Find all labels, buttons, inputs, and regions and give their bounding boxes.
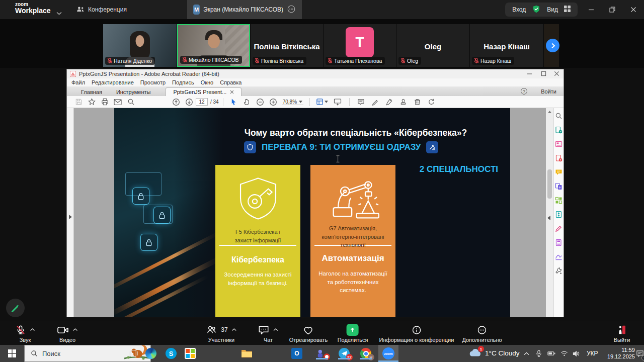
tray-wifi-icon[interactable] [558, 347, 570, 359]
tray-mic-icon[interactable] [533, 347, 545, 359]
tray-expand-button[interactable] [520, 347, 532, 359]
fill-sign-icon[interactable] [555, 225, 562, 232]
tray-battery-icon[interactable] [545, 347, 557, 359]
compress-pdf-icon[interactable] [555, 211, 562, 218]
menu-window[interactable]: Окно [201, 79, 214, 85]
zoom-out-button[interactable] [254, 98, 267, 106]
window-minimize-button[interactable] [586, 4, 597, 15]
teams-button[interactable] [316, 347, 328, 359]
skype-button[interactable]: S [165, 347, 177, 359]
tray-volume-icon[interactable] [570, 347, 582, 359]
favorites-star-button[interactable] [85, 98, 98, 106]
presentation-mode-button[interactable] [330, 98, 345, 106]
participant-tile[interactable]: Назар Кінаш Назар Кінаш [470, 24, 543, 67]
navigation-pane-strip[interactable] [67, 108, 74, 317]
tab-home[interactable]: Главная [74, 87, 109, 96]
previous-page-button[interactable] [170, 98, 183, 106]
file-explorer-button[interactable] [240, 347, 253, 359]
weather-widget[interactable]: 1 [468, 348, 482, 360]
acrobat-minimize-button[interactable] [527, 71, 532, 77]
scroll-up-icon[interactable] [548, 111, 551, 113]
collapse-tools-icon[interactable] [547, 216, 550, 220]
export-pdf-icon[interactable] [555, 126, 562, 134]
find-button[interactable] [124, 98, 137, 106]
menu-sign[interactable]: Подпись [172, 79, 194, 85]
email-button[interactable] [111, 99, 124, 106]
tab-meeting[interactable]: Конференция [76, 0, 127, 19]
zoom-level-select[interactable]: 70,8% [282, 99, 303, 105]
tab-screen-share[interactable]: M Экран (Михайло ПІКСАСОВ) [187, 0, 302, 19]
view-button[interactable]: Вид [547, 6, 558, 13]
select-tool-button[interactable] [227, 98, 240, 106]
pdf-page[interactable]: Чому варто обрати спеціальність «Кібербе… [114, 108, 510, 317]
gallery-view-icon[interactable] [564, 6, 571, 14]
help-icon[interactable]: ? [521, 88, 527, 95]
sign-tool-button[interactable] [382, 98, 396, 106]
edge-button[interactable] [145, 347, 157, 359]
tab-tools[interactable]: Инструменты [109, 87, 158, 96]
next-participants-button[interactable] [546, 39, 559, 52]
page-number-input[interactable]: 12 [196, 98, 208, 106]
chevron-down-icon[interactable] [56, 8, 62, 17]
expand-pane-icon[interactable] [69, 215, 72, 219]
start-button[interactable] [6, 347, 18, 359]
sign-in-button[interactable]: Вход [512, 6, 526, 13]
next-page-button[interactable] [183, 98, 196, 106]
draw-tool-button[interactable] [368, 98, 382, 106]
share-button[interactable]: Поделиться [338, 324, 368, 343]
more-tools-icon[interactable] [555, 267, 562, 275]
menu-edit[interactable]: Редактирование [92, 79, 134, 85]
weather-text[interactable]: 1°C Cloudy [485, 345, 519, 362]
chevron-up-icon[interactable] [232, 328, 237, 331]
tab-close-icon[interactable] [230, 90, 234, 94]
acrobat-sign-in-button[interactable]: Войти [541, 88, 556, 95]
action-center-button[interactable]: 1 [634, 347, 644, 359]
chevron-up-icon[interactable] [273, 328, 278, 331]
leave-button[interactable]: Выйти [614, 324, 630, 343]
tab-options-icon[interactable] [287, 5, 296, 15]
convert-pdf-icon[interactable] [555, 239, 562, 246]
annotate-button[interactable] [6, 299, 25, 317]
acrobat-close-button[interactable] [554, 71, 559, 77]
zoom-app-button[interactable]: zoom [378, 345, 398, 362]
vertical-scrollbar[interactable] [546, 108, 553, 317]
audio-button[interactable]: Звук [16, 324, 35, 343]
window-close-button[interactable] [628, 4, 639, 15]
shield-check-icon[interactable] [532, 5, 541, 15]
participant-tile[interactable]: Наталя Діденко [103, 24, 177, 67]
telegram-button[interactable]: 22 [338, 347, 350, 359]
menu-view[interactable]: Просмотр [140, 79, 166, 85]
react-button[interactable]: Отреагировать [289, 324, 328, 343]
chrome-button[interactable]: H [360, 347, 372, 359]
participant-tile[interactable]: Михайло ПІКСАСОВ [177, 24, 250, 67]
save-button[interactable] [72, 98, 85, 106]
acrobat-title-bar[interactable]: PptxGenJS Presentation - Adobe Acrobat R… [67, 69, 564, 78]
tray-clock[interactable]: 11:59 19.12.2025 [603, 347, 635, 360]
chevron-up-icon[interactable] [73, 328, 78, 331]
print-button[interactable] [98, 98, 111, 106]
edit-pdf-icon[interactable] [555, 140, 562, 148]
menu-help[interactable]: Справка [220, 79, 242, 85]
scrollbar-thumb[interactable] [547, 169, 552, 199]
search-icon[interactable] [555, 112, 562, 120]
menu-file[interactable]: Файл [71, 79, 85, 85]
participant-tile[interactable]: Поліна Вітківська Поліна Вітківська [251, 24, 323, 67]
participant-tile[interactable]: T Татьяна Плеханова [324, 24, 396, 67]
certificates-icon[interactable] [555, 253, 562, 260]
comment-tool-button[interactable] [354, 98, 368, 106]
chat-button[interactable]: Чат [258, 324, 278, 343]
page-display-select[interactable] [314, 98, 330, 106]
comment-icon[interactable] [555, 168, 562, 176]
participants-button[interactable]: 37 Участники [206, 324, 236, 343]
window-restore-button[interactable] [607, 4, 618, 15]
chevron-up-icon[interactable] [30, 328, 35, 331]
create-pdf-icon[interactable] [555, 154, 562, 162]
outlook-button[interactable]: O [291, 347, 303, 359]
delete-tool-button[interactable] [410, 98, 424, 106]
tray-language[interactable]: УКР [587, 345, 598, 362]
store-button[interactable] [184, 347, 196, 359]
hand-tool-button[interactable] [240, 98, 254, 106]
combine-files-icon[interactable] [555, 183, 562, 190]
participant-tile[interactable]: Oleg Oleg [396, 24, 469, 67]
rotate-view-button[interactable] [424, 98, 438, 106]
